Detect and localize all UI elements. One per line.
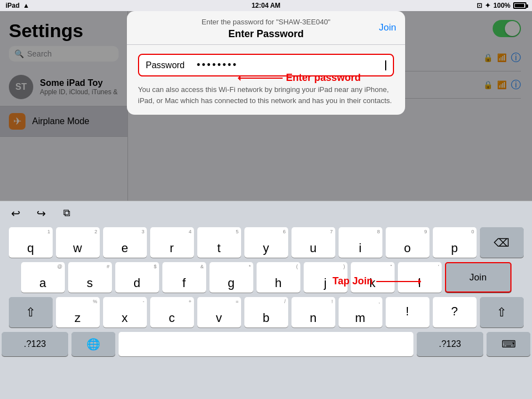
key-question[interactable]: ?	[433, 297, 477, 328]
key-v[interactable]: =v	[197, 297, 241, 328]
backspace-key[interactable]: ⌫	[480, 227, 524, 258]
shift-right-key[interactable]: ⇧	[480, 297, 524, 328]
join-button-top[interactable]: Join	[379, 22, 396, 33]
key-f[interactable]: &f	[162, 262, 206, 293]
join-key[interactable]: Join	[445, 262, 511, 293]
modal-subtitle: Enter the password for "SHAW-3EE040"	[138, 18, 394, 26]
keyboard-row-1: 1q 2w 3e 4r 5t 6y 7u 8i 9o 0p ⌫	[2, 227, 530, 258]
keyboard-icon-key[interactable]: ⌨	[487, 332, 530, 356]
status-bar: iPad ▲ 12:04 AM ⊡ ✦ 100%	[0, 0, 532, 11]
password-annotation: Enter password	[238, 72, 361, 84]
numbers-key-left[interactable]: .?123	[2, 332, 68, 356]
numbers-key-right[interactable]: .?123	[417, 332, 483, 356]
keyboard-toolbar: ↩ ↪ ⧉	[0, 201, 532, 225]
modal-hint: You can also access this Wi-Fi network b…	[138, 84, 394, 106]
status-left: iPad ▲	[6, 2, 29, 9]
key-w[interactable]: 2w	[56, 227, 100, 258]
space-key[interactable]	[119, 332, 413, 356]
join-annotation: Tap Join	[332, 275, 421, 287]
key-o[interactable]: 9o	[386, 227, 429, 258]
key-d[interactable]: $d	[115, 262, 159, 293]
key-h[interactable]: (h	[257, 262, 300, 293]
key-x[interactable]: -x	[103, 297, 147, 328]
key-c[interactable]: +c	[150, 297, 194, 328]
password-arrow	[238, 78, 283, 79]
bluetooth-icon: ✦	[485, 2, 490, 9]
password-modal: Enter the password for "SHAW-3EE040" Ent…	[127, 11, 405, 115]
key-p[interactable]: 0p	[433, 227, 477, 258]
join-arrow	[376, 281, 421, 282]
battery-icon	[513, 2, 526, 9]
status-right: ⊡ ✦ 100%	[477, 2, 526, 9]
join-annotation-text: Tap Join	[332, 275, 373, 287]
keyboard-row-bottom: .?123 🌐 .?123 ⌨	[2, 332, 530, 356]
key-r[interactable]: 4r	[150, 227, 194, 258]
password-dots: ••••••••	[197, 59, 385, 71]
key-s[interactable]: #s	[68, 262, 112, 293]
shift-left-key[interactable]: ⇧	[9, 297, 53, 328]
screen-mirroring-icon: ⊡	[477, 2, 482, 9]
key-u[interactable]: 7u	[291, 227, 335, 258]
key-n[interactable]: !n	[291, 297, 335, 328]
password-annotation-text: Enter password	[286, 72, 361, 84]
key-m[interactable]: ,m	[339, 297, 382, 328]
clipboard-button[interactable]: ⧉	[57, 203, 76, 223]
battery-label: 100%	[493, 2, 510, 9]
keyboard-row-3: ⇧ %z -x +c =v /b !n ,m ! ? ⇧	[2, 297, 530, 328]
key-a[interactable]: @a	[21, 262, 65, 293]
undo-button[interactable]: ↩	[6, 203, 25, 223]
modal-title: Enter Password	[138, 28, 394, 40]
keyboard: ↩ ↪ ⧉ 1q 2w 3e 4r 5t 6y 7u 8i 9o 0p ⌫ @a…	[0, 201, 532, 399]
key-q[interactable]: 1q	[9, 227, 53, 258]
redo-button[interactable]: ↪	[31, 203, 51, 223]
key-exclaim[interactable]: !	[386, 297, 429, 328]
text-cursor	[385, 60, 386, 70]
modal-title-bar: Enter the password for "SHAW-3EE040" Ent…	[127, 11, 405, 45]
wifi-icon: ▲	[23, 2, 29, 9]
status-time: 12:04 AM	[252, 2, 280, 9]
ipad-label: iPad	[6, 2, 19, 9]
key-t[interactable]: 5t	[197, 227, 241, 258]
key-z[interactable]: %z	[56, 297, 100, 328]
key-g[interactable]: *g	[209, 262, 253, 293]
key-b[interactable]: /b	[244, 297, 288, 328]
key-i[interactable]: 8i	[339, 227, 382, 258]
key-y[interactable]: 6y	[244, 227, 288, 258]
keyboard-rows: 1q 2w 3e 4r 5t 6y 7u 8i 9o 0p ⌫ @a #s $d…	[0, 225, 532, 363]
key-e[interactable]: 3e	[103, 227, 147, 258]
emoji-key[interactable]: 🌐	[71, 332, 115, 356]
password-label: Password	[146, 60, 190, 70]
keyboard-row-2: @a #s $d &f *g (h )j "k 'l Join	[2, 262, 530, 293]
